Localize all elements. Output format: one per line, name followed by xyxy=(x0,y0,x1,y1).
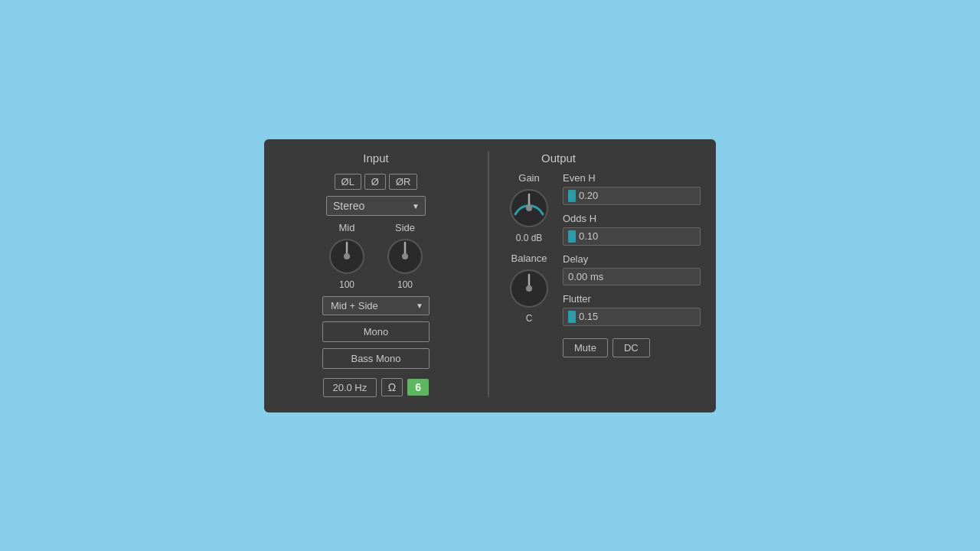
side-value: 100 xyxy=(397,279,413,290)
input-title: Input xyxy=(279,152,472,165)
mute-button[interactable]: Mute xyxy=(563,338,608,357)
side-label: Side xyxy=(395,222,415,233)
dc-button[interactable]: DC xyxy=(612,338,650,357)
phase-r-button[interactable]: ØR xyxy=(389,174,418,190)
gain-value: 0.0 dB xyxy=(516,233,543,243)
odds-h-value: 0.10 xyxy=(579,230,598,242)
output-title: Output xyxy=(523,152,716,165)
svg-point-1 xyxy=(344,253,350,259)
even-h-value-box: 0.20 xyxy=(563,187,701,205)
mid-knob[interactable] xyxy=(327,236,367,276)
delay-label: Delay xyxy=(563,253,701,265)
mode-dropdown-wrapper: Mid + Side Left + Right Sum/Difference ▼ xyxy=(322,296,430,315)
flutter-value-box: 0.15 xyxy=(563,308,701,326)
harmonics-col: Even H 0.20 Odds H 0.10 xyxy=(563,172,701,357)
stereo-dropdown[interactable]: Stereo Mono Left Right Mid Side xyxy=(326,196,426,216)
even-h-row: Even H 0.20 xyxy=(563,172,701,205)
stereo-dropdown-wrapper: Stereo Mono Left Right Mid Side ▼ xyxy=(326,196,426,216)
bass-mono-button[interactable]: Bass Mono xyxy=(322,348,430,369)
delay-row: Delay 0.00 ms xyxy=(563,253,701,285)
phase-buttons-row: ØL Ø ØR xyxy=(335,174,418,190)
mid-knob-container: Mid 100 xyxy=(327,222,367,290)
side-knob-container: Side 100 xyxy=(385,222,425,290)
balance-value: C xyxy=(526,313,533,324)
phase-l-button[interactable]: ØL xyxy=(335,174,361,190)
svg-point-3 xyxy=(402,253,408,259)
odds-h-label: Odds H xyxy=(563,213,701,224)
gain-balance-col: Gain 0.0 dB xyxy=(508,172,550,357)
odds-h-row: Odds H 0.10 xyxy=(563,213,701,246)
phase-mid-button[interactable]: Ø xyxy=(364,174,386,190)
gain-label: Gain xyxy=(518,172,539,184)
mute-dc-row: Mute DC xyxy=(563,338,701,357)
even-h-value: 0.20 xyxy=(579,190,598,201)
mid-label: Mid xyxy=(339,222,355,233)
odds-h-indicator xyxy=(568,230,576,243)
flutter-value: 0.15 xyxy=(579,311,598,322)
freq-display: 20.0 Hz xyxy=(323,378,377,397)
balance-knob-container: Balance C xyxy=(508,253,550,324)
flutter-row: Flutter 0.15 xyxy=(563,293,701,326)
svg-point-7 xyxy=(526,285,532,292)
balance-label: Balance xyxy=(511,253,547,264)
input-section: Input ØL Ø ØR Stereo Mono Left Right Mid… xyxy=(279,152,488,397)
mode-dropdown[interactable]: Mid + Side Left + Right Sum/Difference xyxy=(322,296,430,315)
even-h-indicator xyxy=(568,190,576,202)
bottom-row: 20.0 Hz Ω 6 xyxy=(323,378,429,397)
number-button[interactable]: 6 xyxy=(407,379,429,396)
flutter-label: Flutter xyxy=(563,293,701,305)
omega-button[interactable]: Ω xyxy=(381,378,403,396)
output-inner: Gain 0.0 dB xyxy=(508,172,701,357)
mid-side-knobs-row: Mid 100 Side 100 xyxy=(327,222,425,290)
svg-point-5 xyxy=(526,205,532,211)
gain-knob[interactable] xyxy=(508,187,550,230)
output-section: Output Gain xyxy=(489,152,701,397)
balance-knob[interactable] xyxy=(508,267,550,310)
even-h-label: Even H xyxy=(563,172,701,184)
delay-value-box: 0.00 ms xyxy=(563,268,701,285)
mono-button[interactable]: Mono xyxy=(322,321,430,342)
mid-value: 100 xyxy=(339,279,354,290)
delay-value: 0.00 ms xyxy=(568,271,603,282)
side-knob[interactable] xyxy=(385,236,425,276)
flutter-indicator xyxy=(568,311,576,323)
gain-knob-container: Gain 0.0 dB xyxy=(508,172,550,243)
odds-h-value-box: 0.10 xyxy=(563,227,701,246)
plugin-panel: Input ØL Ø ØR Stereo Mono Left Right Mid… xyxy=(264,139,716,412)
